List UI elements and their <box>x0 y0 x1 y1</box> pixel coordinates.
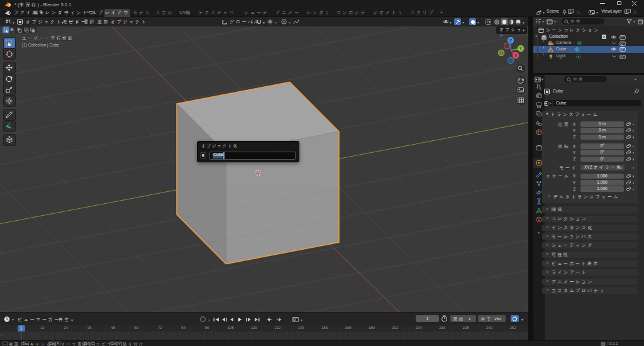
svg-text:Y: Y <box>519 47 522 50</box>
svg-text:X: X <box>514 53 517 57</box>
svg-text:Z: Z <box>509 38 512 42</box>
